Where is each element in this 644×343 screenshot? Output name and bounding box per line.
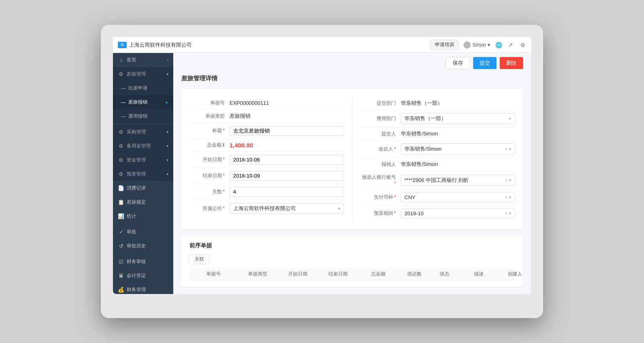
stats-icon: 📊 xyxy=(118,213,124,219)
bank-account-select[interactable]: ****2906 中国工商银行 刘昕 × ▾ xyxy=(401,175,515,186)
sidebar-item-finance-review[interactable]: ☑ 财务审核 xyxy=(113,255,173,269)
user-menu[interactable]: Simon ▾ xyxy=(464,41,490,49)
sidebar-item-reserve-mgmt[interactable]: ⚙ 备用金管理 ▾ xyxy=(113,139,173,153)
budget-period-label: 预算期间 xyxy=(361,210,401,217)
sidebar-item-approve[interactable]: ✓ 审批 xyxy=(113,225,173,239)
start-date-label: 开始日期 xyxy=(189,156,230,163)
link-button[interactable]: 关联 xyxy=(189,254,209,264)
travel-mgmt-icon: ⚙ xyxy=(118,71,124,77)
submitter-value: 华东销售/Simon xyxy=(401,130,515,137)
receiver-select[interactable]: 华东销售/Simon × ▾ xyxy=(401,143,515,155)
form-card: 单据号 EXP0000000111 单据类型 差旅报销 标题 xyxy=(181,89,523,229)
budget-icon: ⚙ xyxy=(118,171,124,177)
currency-label: 支付币种 xyxy=(361,194,401,201)
company-select-actions: ▾ xyxy=(338,206,340,211)
form-left-col: 单据号 EXP0000000111 单据类型 差旅报销 标题 xyxy=(189,97,352,221)
logo-icon: 云 xyxy=(118,42,127,48)
currency-select-actions: × ▾ xyxy=(505,195,511,200)
bank-account-select-text: ****2906 中国工商银行 刘昕 xyxy=(404,177,504,184)
company-select[interactable]: 上海云简软件科技有限公司 ▾ xyxy=(230,203,344,214)
plus-icon[interactable]: + xyxy=(165,99,168,106)
purchase-chevron: ▾ xyxy=(166,130,168,134)
currency-select-text: CNY xyxy=(404,194,504,200)
sidebar-item-general-reimburse[interactable]: — 通用报销 xyxy=(113,109,173,123)
sidebar-item-accounting[interactable]: 🖩 会计凭证 xyxy=(113,269,173,283)
sidebar-stats-label: 统计 xyxy=(127,213,136,220)
sidebar-home-label: 首页 xyxy=(127,57,136,63)
accounting-icon: 🖩 xyxy=(118,273,124,279)
end-date-input[interactable] xyxy=(230,171,344,181)
col-status: 状态 xyxy=(431,271,459,278)
currency-select[interactable]: CNY × ▾ xyxy=(401,192,515,202)
form-row-bill-no: 单据号 EXP0000000111 xyxy=(189,97,344,110)
notification-icon[interactable]: ↗ xyxy=(507,41,514,49)
dept-submit-label: 提交部门 xyxy=(361,100,401,107)
expense-icon: 📄 xyxy=(118,185,124,191)
col-total: 总金额 xyxy=(358,271,398,278)
travel-rule-icon: 📋 xyxy=(118,199,124,205)
form-row-start-date: 开始日期 xyxy=(189,152,344,168)
sidebar-item-approve-history[interactable]: ↺ 审批历史 xyxy=(113,239,173,253)
content-area: 保存 提交 删除 差旅管理详情 单据号 E xyxy=(173,53,531,294)
avatar xyxy=(464,41,471,49)
form-row-days: 天数 xyxy=(189,184,344,200)
sidebar-item-fund-mgmt[interactable]: ⚙ 资金管理 ▾ xyxy=(113,153,173,167)
sidebar-budget-mgmt-label: 预算管理 xyxy=(127,171,146,178)
sidebar-item-travel-reimburse[interactable]: — 差旅报销 + xyxy=(113,95,173,109)
col-bill-type: 单据类型 xyxy=(238,271,278,278)
days-input[interactable] xyxy=(230,187,344,197)
submitter-label: 提交人 xyxy=(361,131,401,137)
sidebar-item-expense-record[interactable]: 📄 消费记录 xyxy=(113,181,173,195)
budget-period-select[interactable]: 2018-10 × ▾ xyxy=(401,208,515,218)
col-desc: 描述 xyxy=(459,271,499,278)
sidebar-general-reimburse-label: 通用报销 xyxy=(128,113,148,120)
prev-receipts-table-header: 单据号 单据类型 开始日期 结束日期 总金额 借还数 状态 描述 创建人 xyxy=(189,268,515,280)
globe-icon[interactable]: 🌐 xyxy=(495,41,502,49)
form-row-end-date: 结束日期 xyxy=(189,168,344,184)
col-end-date: 结束日期 xyxy=(318,271,358,278)
reserve-chevron: ▾ xyxy=(166,144,168,148)
fund-icon: ⚙ xyxy=(118,157,124,163)
reserve-icon: ⚙ xyxy=(118,143,124,149)
save-button[interactable]: 保存 xyxy=(446,57,470,69)
user-dropdown-icon: ▾ xyxy=(488,42,490,48)
delete-button[interactable]: 删除 xyxy=(500,57,523,69)
sidebar-item-purchase-mgmt[interactable]: ⚙ 采购管理 ▾ xyxy=(113,125,173,139)
sidebar-approve-history-label: 审批历史 xyxy=(127,243,146,249)
prev-receipts-section: 前序单据 关联 单据号 单据类型 开始日期 结束日期 总金额 借还数 状态 描述… xyxy=(181,236,523,287)
travel-mgmt-chevron: ▾ xyxy=(166,72,168,76)
title-input[interactable] xyxy=(230,126,344,136)
approve-icon: ✓ xyxy=(118,229,124,235)
total-amount-value: 1,400.00 xyxy=(230,142,344,149)
col-bill-no: 单据号 xyxy=(189,271,238,278)
sidebar-item-budget-mgmt[interactable]: ⚙ 预算管理 ▾ xyxy=(113,167,173,181)
bank-account-select-actions: × ▾ xyxy=(505,178,511,183)
sidebar-travel-reimburse-label: 差旅报销 xyxy=(128,99,148,106)
receiver-select-actions: × ▾ xyxy=(505,147,511,152)
sidebar-item-travel-mgmt[interactable]: ⚙ 差旅管理 ▾ xyxy=(113,67,173,81)
form-row-bill-type: 单据类型 差旅报销 xyxy=(189,110,344,123)
start-date-input[interactable] xyxy=(230,155,344,165)
col-creator: 创建人 xyxy=(499,271,531,278)
form-row-currency: 支付币种 CNY × ▾ xyxy=(361,190,515,206)
form-row-dept-submit: 提交部门 华东销售（一部） xyxy=(361,97,515,110)
sidebar-item-travel-apply[interactable]: — 出差申请 xyxy=(113,81,173,95)
apply-training-button[interactable]: 申请培训 xyxy=(431,40,459,50)
form-right-col: 提交部门 华东销售（一部） 费用部门 华东销售（一部） ▾ xyxy=(352,97,515,221)
finance-mgmt-icon: 💰 xyxy=(118,287,124,293)
cost-dept-select[interactable]: 华东销售（一部） ▾ xyxy=(401,113,515,124)
bill-type-value: 差旅报销 xyxy=(230,112,344,120)
end-date-label: 结束日期 xyxy=(189,172,230,179)
sidebar-item-stats[interactable]: 📊 统计 xyxy=(113,209,173,223)
sidebar-item-home[interactable]: ⌂ 首页 ‹ xyxy=(113,53,173,67)
dept-submit-value: 华东销售（一部） xyxy=(401,100,515,107)
form-row-amount: 总金额 ℹ 1,400.00 xyxy=(189,139,344,152)
dash-icon3: — xyxy=(121,114,126,119)
sidebar-travel-rule-label: 差旅规定 xyxy=(127,199,146,206)
budget-period-select-actions: × ▾ xyxy=(505,211,511,216)
settings-icon[interactable]: ⚙ xyxy=(519,41,526,49)
fund-chevron: ▾ xyxy=(166,158,168,162)
sidebar-item-finance-mgmt[interactable]: 💰 财务管理 xyxy=(113,283,173,294)
sidebar-item-travel-rule[interactable]: 📋 差旅规定 xyxy=(113,195,173,209)
submit-button[interactable]: 提交 xyxy=(473,57,496,69)
